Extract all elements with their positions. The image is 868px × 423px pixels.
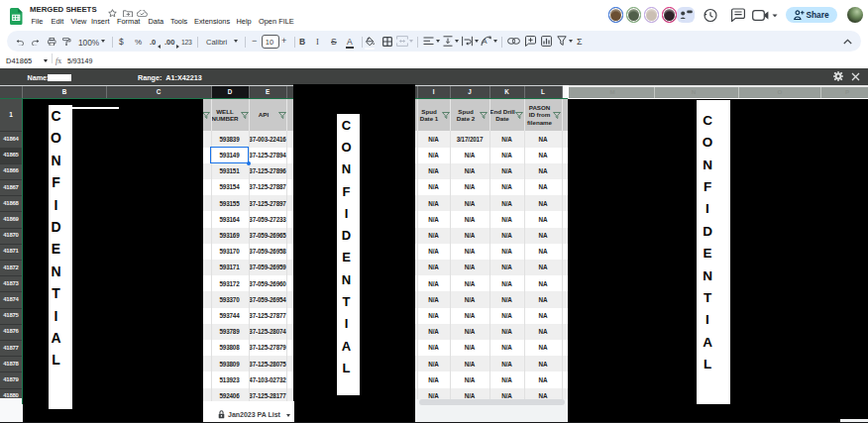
svg-text:A: A bbox=[483, 37, 488, 46]
